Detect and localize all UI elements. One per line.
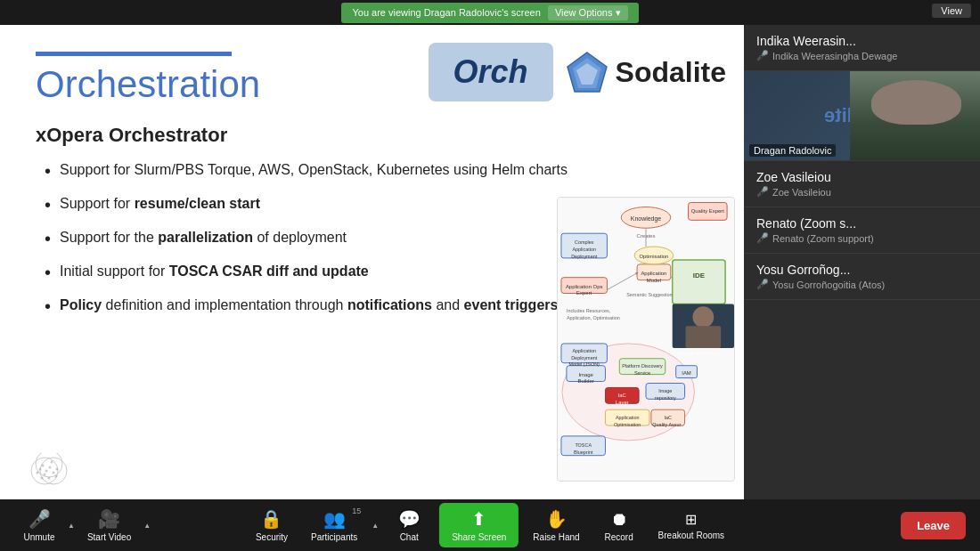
breakout-rooms-label: Breakout Rooms xyxy=(658,531,724,540)
svg-text:Dragan Radolovic: Dragan Radolovic xyxy=(677,351,719,356)
participant-card-renato: Renato (Zoom s... 🎤 Renato (Zoom support… xyxy=(744,207,980,254)
sodalite-logo: Sodalite xyxy=(566,51,726,93)
svg-point-65 xyxy=(42,465,45,467)
bullet-text-5: Policy definition and implementation thr… xyxy=(60,295,558,316)
svg-point-70 xyxy=(44,474,46,476)
record-button[interactable]: ⏺ Record xyxy=(594,506,644,546)
unmute-button[interactable]: 🎤 Unmute xyxy=(14,505,64,546)
breakout-icon: ⊞ xyxy=(685,511,697,528)
leave-button[interactable]: Leave xyxy=(901,512,966,539)
participant-sub-zoe: 🎤 Zoe Vasileiou xyxy=(756,186,968,198)
orch-badge: Orch xyxy=(429,43,553,101)
svg-text:Service: Service xyxy=(634,370,650,376)
chat-button[interactable]: 💬 Chat xyxy=(384,505,434,546)
svg-point-75 xyxy=(55,475,58,478)
svg-point-73 xyxy=(37,472,39,474)
architecture-diagram: Knowledge Quality Expert Complex Applica… xyxy=(557,197,735,482)
slide-content: Orchestration Orch Sodalite xOpera Orche… xyxy=(0,25,744,499)
participant-count-badge: 15 xyxy=(352,506,361,515)
svg-text:Application: Application xyxy=(616,415,640,420)
toolbar-left: 🎤 Unmute ▲ 🎥 Start Video ▲ xyxy=(14,505,151,546)
participant-sub-text-yosu: Yosu Gorroñogoitia (Atos) xyxy=(772,280,885,290)
svg-text:Model: Model xyxy=(647,278,661,283)
svg-point-69 xyxy=(56,468,59,471)
svg-text:Application: Application xyxy=(572,247,596,252)
svg-text:Complex: Complex xyxy=(575,239,594,245)
bullet-text-3: Support for the parallelization of deplo… xyxy=(60,227,347,248)
title-underline xyxy=(36,52,232,56)
svg-text:Deployment: Deployment xyxy=(571,254,598,259)
top-right-controls: View xyxy=(932,4,971,18)
main-slide-area: Orchestration Orch Sodalite xOpera Orche… xyxy=(0,25,744,499)
participant-card-indika: Indika Weerasin... 🎤 Indika Weerasingha … xyxy=(744,25,980,71)
viewing-banner: You are viewing Dragan Radolovic's scree… xyxy=(341,3,638,23)
unmute-icon: 🎤 xyxy=(29,508,51,530)
participants-label: Participants xyxy=(311,532,357,542)
chat-icon: 💬 xyxy=(398,508,421,530)
participant-card-dragan: Sodalite Dragan Radolovic xyxy=(744,71,980,161)
svg-point-19 xyxy=(692,306,714,328)
share-screen-button[interactable]: ⬆ Share Screen xyxy=(439,503,519,547)
svg-text:Builder: Builder xyxy=(577,379,594,385)
slide-logos: Orch Sodalite xyxy=(429,43,727,101)
svg-text:Platform Discovery: Platform Discovery xyxy=(622,363,663,369)
participant-name-zoe: Zoe Vasileiou xyxy=(756,170,968,184)
svg-text:Model (JSON): Model (JSON) xyxy=(568,361,600,367)
toolbar-right: Leave xyxy=(901,512,966,539)
bullet-text-1: Support for Slurm/PBS Torque, AWS, OpenS… xyxy=(60,159,568,181)
svg-text:Quality Expert: Quality Expert xyxy=(691,208,725,214)
video-icon: 🎥 xyxy=(98,508,120,530)
svg-text:Knowledge: Knowledge xyxy=(631,215,661,223)
participants-icon: 👥 xyxy=(323,508,346,530)
svg-text:Quality Assur..: Quality Assur.. xyxy=(652,422,683,427)
sodalite-diamond-icon xyxy=(566,51,608,93)
svg-text:TOSCA: TOSCA xyxy=(575,442,592,448)
share-screen-label: Share Screen xyxy=(452,532,506,542)
svg-rect-20 xyxy=(686,326,722,348)
participants-sidebar: Indika Weerasin... 🎤 Indika Weerasingha … xyxy=(744,25,980,499)
raise-hand-button[interactable]: ✋ Raise Hand xyxy=(524,505,588,546)
view-button[interactable]: View xyxy=(932,4,971,18)
mic-muted-icon: 🎤 xyxy=(756,50,769,61)
svg-text:repository: repository xyxy=(655,395,676,401)
svg-text:Image: Image xyxy=(578,372,593,377)
share-screen-icon: ⬆ xyxy=(471,508,486,530)
list-item: Support for Slurm/PBS Torque, AWS, OpenS… xyxy=(45,159,708,184)
toolbar-center: 🔒 Security 👥 15 Participants ▲ 💬 Chat ⬆ … xyxy=(247,503,733,547)
xopera-title: xOpera Orchestrator xyxy=(36,124,708,147)
view-options-button[interactable]: View Options ▾ xyxy=(548,5,628,20)
participant-sub-text-zoe: Zoe Vasileiou xyxy=(772,187,831,198)
raise-hand-icon: ✋ xyxy=(545,508,568,530)
participants-caret: ▲ xyxy=(372,522,379,530)
start-video-label: Start Video xyxy=(87,532,131,542)
bottom-logo-svg xyxy=(27,453,80,489)
sodalite-text: Sodalite xyxy=(616,56,726,89)
svg-text:Expert: Expert xyxy=(576,291,592,296)
breakout-rooms-button[interactable]: ⊞ Breakout Rooms xyxy=(649,507,733,544)
svg-text:Application, Optimisation: Application, Optimisation xyxy=(567,315,620,320)
mic-muted-icon-renato: 🎤 xyxy=(756,232,769,244)
unmute-label: Unmute xyxy=(23,532,54,542)
video-caret: ▲ xyxy=(143,522,151,530)
raise-hand-label: Raise Hand xyxy=(533,532,579,542)
participant-sub-text-indika: Indika Weerasingha Dewage xyxy=(772,51,897,61)
participant-name-renato: Renato (Zoom s... xyxy=(756,216,968,231)
svg-point-68 xyxy=(53,472,55,474)
svg-text:Deployment: Deployment xyxy=(571,355,598,361)
svg-text:IaC: IaC xyxy=(665,415,673,420)
svg-text:Semantic Suggestion: Semantic Suggestion xyxy=(626,292,672,297)
start-video-button[interactable]: 🎥 Start Video xyxy=(78,505,140,546)
participants-button[interactable]: 👥 15 Participants xyxy=(302,505,366,546)
svg-text:IAM: IAM xyxy=(682,370,691,376)
svg-point-71 xyxy=(48,477,51,480)
top-bar: You are viewing Dragan Radolovic's scree… xyxy=(0,0,980,25)
security-button[interactable]: 🔒 Security xyxy=(247,505,297,546)
dragan-name-overlay: Dragan Radolovic xyxy=(749,144,836,157)
toolbar: 🎤 Unmute ▲ 🎥 Start Video ▲ 🔒 Security 👥 … xyxy=(0,499,980,551)
participant-sub-renato: 🎤 Renato (Zoom support) xyxy=(756,232,968,244)
svg-text:Application: Application xyxy=(641,271,666,276)
mic-muted-icon-zoe: 🎤 xyxy=(756,186,769,198)
participant-sub-text-renato: Renato (Zoom support) xyxy=(772,233,874,244)
svg-text:Blueprint: Blueprint xyxy=(574,450,593,455)
svg-text:Optimisation: Optimisation xyxy=(639,254,668,259)
